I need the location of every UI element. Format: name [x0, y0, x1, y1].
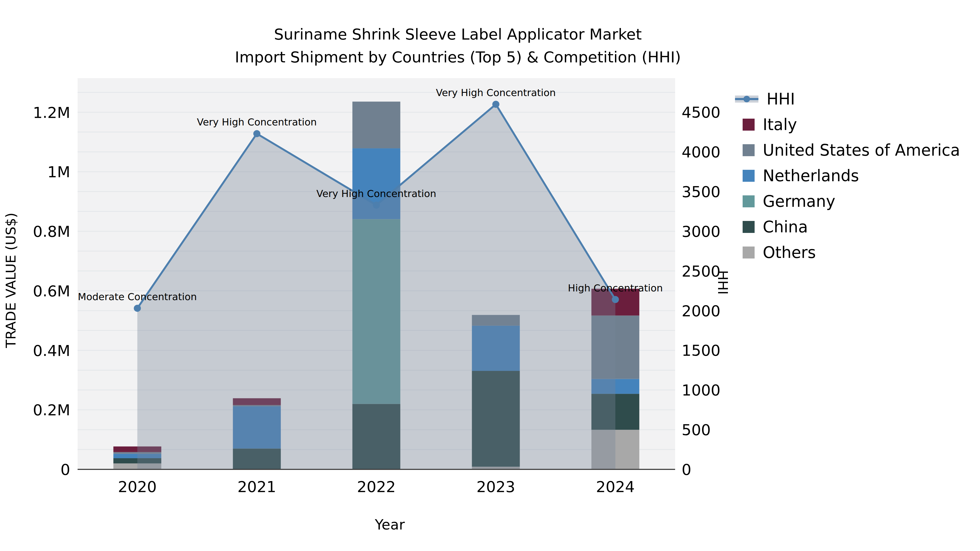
- legend-swatch-others: [743, 246, 755, 259]
- y-left-tick-label: 0.8M: [33, 222, 70, 240]
- legend-item-united-states-of-america: United States of America: [735, 137, 960, 163]
- x-axis-title: Year: [294, 516, 485, 533]
- legend-item-italy: Italy: [735, 112, 960, 137]
- x-tick-label-2024: 2024: [596, 478, 635, 495]
- legend-label: Netherlands: [763, 167, 859, 185]
- y-left-tick-label: 0.2M: [33, 401, 70, 419]
- y-right-tick-label: 4000: [682, 143, 721, 161]
- x-tick-label-2023: 2023: [476, 478, 515, 495]
- y-left-tick-label: 1M: [48, 163, 70, 181]
- y-axis-title-right: HHI: [715, 187, 730, 378]
- legend-line-marker-icon: [735, 93, 759, 105]
- chart-title-line1: Suriname Shrink Sleeve Label Applicator …: [77, 23, 839, 46]
- legend-item-others: Others: [735, 240, 960, 265]
- annotation-2021: Very High Concentration: [197, 116, 317, 128]
- annotation-2020: Moderate Concentration: [78, 291, 197, 302]
- y-right-tick-label: 2000: [682, 302, 721, 320]
- legend-marker-dot-icon: [743, 96, 750, 102]
- bar-segment-united-states-of-america-2022: [353, 102, 401, 148]
- x-tick-label-2020: 2020: [118, 478, 157, 495]
- hhi-marker-2022: [373, 202, 380, 209]
- legend-label: China: [763, 218, 808, 236]
- annotation-2022: Very High Concentration: [316, 188, 436, 199]
- y-left-tick-label: 0.6M: [33, 282, 70, 300]
- hhi-marker-2021: [253, 130, 261, 137]
- legend-item-germany: Germany: [735, 189, 960, 214]
- legend-swatch-italy: [743, 119, 755, 130]
- legend-label: HHI: [767, 90, 795, 108]
- y-right-tick-label: 1000: [682, 381, 721, 399]
- legend: HHIItalyUnited States of AmericaNetherla…: [735, 86, 960, 265]
- y-axis-title-left: TRADE VALUE (US$): [3, 185, 19, 375]
- y-left-tick-label: 0.4M: [33, 342, 70, 359]
- legend-item-netherlands: Netherlands: [735, 163, 960, 189]
- chart-canvas: 00.2M0.4M0.6M0.8M1M1.2M05001000150020002…: [0, 0, 980, 551]
- annotation-2023: Very High Concentration: [436, 87, 555, 98]
- legend-item-china: China: [735, 214, 960, 240]
- legend-swatch-china: [743, 221, 755, 233]
- y-left-tick-label: 1.2M: [33, 104, 70, 121]
- annotation-2024: High Concentration: [568, 283, 663, 294]
- y-right-tick-label: 1500: [682, 341, 721, 359]
- x-tick-label-2021: 2021: [237, 478, 276, 495]
- legend-item-hhi: HHI: [735, 86, 960, 112]
- legend-label: United States of America: [763, 141, 960, 159]
- hhi-marker-2024: [612, 296, 619, 303]
- legend-swatch-united-states-of-america: [743, 144, 755, 156]
- y-right-tick-label: 0: [682, 460, 692, 478]
- y-right-tick-label: 3500: [682, 183, 721, 200]
- y-left-tick-label: 0: [60, 460, 70, 478]
- hhi-marker-2020: [134, 305, 141, 312]
- chart-title-line2: Import Shipment by Countries (Top 5) & C…: [77, 46, 839, 68]
- legend-label: Italy: [763, 115, 797, 134]
- legend-label: Others: [763, 243, 816, 262]
- y-right-tick-label: 4500: [682, 103, 721, 121]
- legend-swatch-netherlands: [743, 170, 755, 182]
- legend-swatch-germany: [743, 195, 755, 207]
- legend-label: Germany: [763, 192, 835, 211]
- y-right-tick-label: 500: [682, 421, 711, 438]
- x-tick-label-2022: 2022: [357, 478, 396, 495]
- y-right-tick-label: 3000: [682, 222, 721, 240]
- chart-title: Suriname Shrink Sleeve Label Applicator …: [77, 23, 839, 68]
- hhi-marker-2023: [492, 101, 500, 108]
